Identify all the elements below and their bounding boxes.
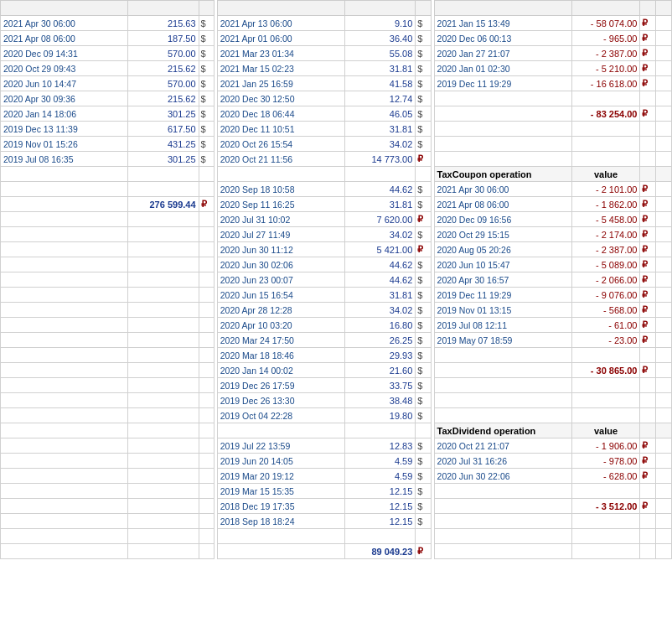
datetime-cell: 2019 Dec 11 19:29: [434, 288, 571, 303]
datetime-cell: [217, 544, 344, 559]
value-cell: [128, 484, 199, 499]
currency-cell: $: [199, 16, 215, 31]
currency-cell: $: [199, 31, 215, 46]
table-row: 2021 Apr 08 06:00187.50$2021 Apr 01 06:0…: [1, 31, 672, 46]
tax-cur-header: [640, 1, 656, 16]
value-cell: - 978.00: [571, 454, 640, 469]
value-cell: [128, 288, 199, 303]
currency-cell: $: [199, 152, 215, 167]
datetime-cell: 2021 Apr 30 06:00: [1, 16, 128, 31]
currency-cell: ₽: [640, 363, 656, 378]
datetime-cell: 2020 Jan 14 00:02: [217, 363, 344, 378]
table-row: 2019 Mar 15 15:3512.15$: [1, 484, 672, 499]
datetime-cell: 2021 Mar 15 02:23: [217, 61, 344, 76]
dividend-cur-header: [416, 1, 432, 16]
value-cell: [571, 348, 640, 363]
currency-cell: $: [416, 469, 432, 484]
value-cell: [571, 514, 640, 529]
datetime-cell: [434, 152, 571, 167]
currency-cell: [416, 529, 432, 544]
currency-cell: ₽: [640, 182, 656, 197]
datetime-cell: [1, 227, 128, 242]
currency-cell: ₽: [199, 197, 215, 212]
value-cell: 276 599.44: [128, 197, 199, 212]
value-cell: - 30 865.00: [571, 363, 640, 378]
datetime-cell: 2020 Jun 15 16:54: [217, 288, 344, 303]
b-column-cell: [656, 137, 672, 152]
value-cell: 29.93: [345, 348, 416, 363]
datetime-cell: 2020 Sep 18 10:58: [217, 182, 344, 197]
datetime-cell: 2019 Nov 01 15:26: [1, 137, 128, 152]
coupon-header: [1, 1, 128, 16]
datetime-cell: 2019 Jun 20 14:05: [217, 454, 344, 469]
datetime-cell: 2019 Jul 08 12:11: [434, 318, 571, 333]
value-cell: - 61.00: [571, 318, 640, 333]
datetime-cell: 2021 Apr 08 06:00: [434, 197, 571, 212]
value-cell: - 5 458.00: [571, 212, 640, 227]
datetime-cell: [1, 318, 128, 333]
value-cell: - 58 074.00: [571, 16, 640, 31]
value-cell: [128, 333, 199, 348]
datetime-cell: 2019 Mar 20 19:12: [217, 469, 344, 484]
value-cell: [571, 484, 640, 499]
currency-cell: [640, 378, 656, 393]
b-column-cell: [656, 454, 672, 469]
datetime-cell: [1, 454, 128, 469]
value-cell: 7 620.00: [345, 212, 416, 227]
b-column-cell: [656, 363, 672, 378]
currency-cell: ₽: [640, 303, 656, 318]
datetime-cell: 2020 Jan 01 02:30: [434, 61, 571, 76]
value-cell: 12.15: [345, 499, 416, 514]
table-row: 2020 Apr 10 03:2016.80$2019 Jul 08 12:11…: [1, 318, 672, 333]
table-row: 276 599.44₽2020 Sep 11 16:2531.81$2021 A…: [1, 197, 672, 212]
datetime-cell: [1, 197, 128, 212]
datetime-cell: 2020 Aug 05 20:26: [434, 242, 571, 257]
currency-cell: [199, 288, 215, 303]
datetime-cell: 2021 Jan 25 16:59: [217, 76, 344, 91]
value-cell: 12.15: [345, 514, 416, 529]
value-cell: [571, 152, 640, 167]
sub-section-value-header: value: [571, 167, 640, 182]
value-cell: 31.81: [345, 122, 416, 137]
value-cell: - 9 076.00: [571, 288, 640, 303]
datetime-cell: 2020 Oct 29 09:43: [1, 61, 128, 76]
currency-cell: $: [416, 76, 432, 91]
currency-cell: $: [416, 137, 432, 152]
value-cell: [571, 408, 640, 423]
value-cell: 12.74: [345, 91, 416, 106]
sub-section-header: TaxCoupon operation: [434, 167, 571, 182]
currency-cell: ₽: [640, 272, 656, 288]
datetime-cell: 2019 Dec 26 13:30: [217, 393, 344, 408]
value-cell: [128, 303, 199, 318]
b-column-cell: [656, 438, 672, 454]
datetime-cell: [434, 514, 571, 529]
currency-cell: $: [416, 106, 432, 122]
table-row: 2020 Jan 14 00:0221.60$- 30 865.00₽: [1, 363, 672, 378]
currency-cell: ₽: [640, 318, 656, 333]
value-cell: [128, 318, 199, 333]
table-row: 2020 Jan 14 18:06301.25$2020 Dec 18 06:4…: [1, 106, 672, 122]
currency-cell: $: [199, 46, 215, 61]
value-cell: 215.62: [128, 91, 199, 106]
value-cell: 617.50: [128, 122, 199, 137]
value-cell: [571, 378, 640, 393]
value-cell: [571, 137, 640, 152]
datetime-cell: 2020 Jan 27 21:07: [434, 46, 571, 61]
datetime-cell: [1, 378, 128, 393]
currency-cell: $: [416, 348, 432, 363]
datetime-cell: [1, 242, 128, 257]
currency-cell: $: [416, 288, 432, 303]
value-cell: 33.75: [345, 378, 416, 393]
value-cell: 26.25: [345, 333, 416, 348]
value-cell: - 2 387.00: [571, 46, 640, 61]
datetime-cell: 2020 Jan 14 18:06: [1, 106, 128, 122]
value-cell: 89 049.23: [345, 544, 416, 559]
value-cell: - 2 101.00: [571, 182, 640, 197]
datetime-cell: [1, 469, 128, 484]
b-column-cell: [656, 91, 672, 106]
datetime-cell: 2020 Oct 26 15:54: [217, 137, 344, 152]
currency-cell: ₽: [416, 152, 432, 167]
value-cell: 44.62: [345, 257, 416, 272]
value-cell: - 2 174.00: [571, 227, 640, 242]
currency-cell: [640, 514, 656, 529]
